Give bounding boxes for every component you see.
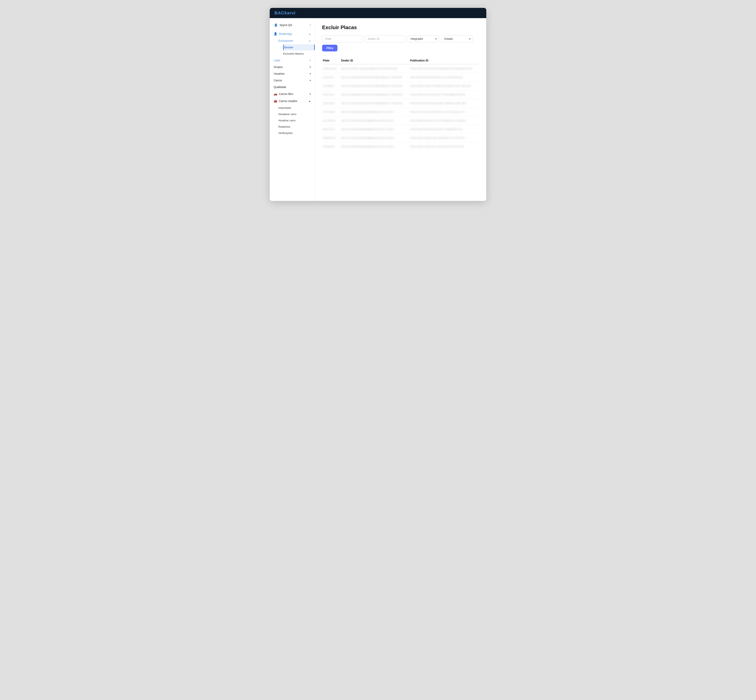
carros-0km-icon: 🚗 bbox=[274, 92, 277, 96]
cell-publication-id: PUB-G34NTGU8UAF0BXGH-GJA7TE4G2A-JT bbox=[409, 108, 479, 116]
lojas-chevron: ▾ bbox=[310, 59, 311, 62]
carros-usados-label: Carros Usados bbox=[279, 100, 297, 103]
top-bar: BACkarvi bbox=[270, 8, 486, 18]
dealerapp-icon: 👤 bbox=[274, 32, 277, 36]
sidebar-item-exclusion-masiva[interactable]: Exclusión Masiva bbox=[283, 51, 315, 57]
carros-usados-chevron: ▲ bbox=[309, 100, 311, 102]
col-publication-id: Publication ID bbox=[409, 57, 479, 64]
cell-plate: GKKGG27 bbox=[322, 99, 340, 108]
table-row: FYC2MG3 DE73-CO4W6VGQHMMBBG0U2G9T1C3NCY … bbox=[322, 108, 479, 116]
cell-dealer-id: DE73-CO4WG8GCGK3GPCUBE0WB6LZYT2W1WIF bbox=[340, 73, 409, 82]
table-header-row: Plate Dealer ID Publication ID bbox=[322, 57, 479, 64]
cell-dealer-id: DE73-CO4W6VGQHMMBBG0U2G9T1C3NCY bbox=[340, 116, 409, 125]
carros-chevron: ▾ bbox=[310, 79, 311, 82]
table-row: F5MF8GT5 DE73-CO4W6VGQHMMBBG0U2G9T1C3NCY… bbox=[322, 134, 479, 142]
integrador-select-wrapper: Integrador bbox=[408, 35, 439, 42]
table-row: 6LN0G0G DE73-CO4W6VGQHMMBBG0U2G9T1C3NCY … bbox=[322, 142, 479, 151]
table-row: CJG24A7 DE73-CO4WG8GCGK3GPCUBE0WB6LZYT2W… bbox=[322, 73, 479, 82]
col-plate: Plate bbox=[322, 57, 340, 64]
carros-usados-children: Importador Desativar carro Atualizar car… bbox=[270, 105, 315, 136]
cell-plate: 6LN0G0G bbox=[322, 142, 340, 151]
sidebar-item-carros-usados[interactable]: 🚘 Carros Usados ▲ bbox=[270, 97, 315, 105]
atualizar-carro-label: Atualizar carro bbox=[278, 119, 296, 122]
dealerapp-label: DealerApp bbox=[279, 32, 292, 36]
sidebar-item-dealerapp[interactable]: 👤 DealerApp ▲ bbox=[270, 30, 315, 38]
usuarios-chevron: ▾ bbox=[310, 72, 311, 75]
col-dealer-id: Dealer ID bbox=[340, 57, 409, 64]
excluir-label: Excluir bbox=[284, 46, 293, 49]
dealerapp-chevron: ▲ bbox=[309, 33, 311, 35]
sidebar-item-grupos[interactable]: Grupos ▾ bbox=[270, 64, 315, 70]
logo-prefix: BAC bbox=[274, 11, 284, 16]
qualidade-label: Qualidade bbox=[274, 86, 286, 89]
sidebar: 👤 Spyne QA ▾ 👤 DealerApp ▲ Exclusiones ▲ bbox=[270, 18, 315, 201]
sidebar-item-atualizar-carro[interactable]: Atualizar carro bbox=[278, 117, 315, 123]
cell-plate: GC7NGG0 bbox=[322, 116, 340, 125]
filter-button[interactable]: Filtra bbox=[322, 45, 337, 52]
usuarios-label: Usuarios bbox=[274, 72, 284, 75]
cell-plate: FYC2MG3 bbox=[322, 108, 340, 116]
verificacoes-label: Verificações bbox=[278, 131, 293, 134]
sidebar-item-excluir[interactable]: Excluir bbox=[283, 44, 315, 50]
cell-dealer-id: DE73-CO4W6VGQHMMBBG0U2G9T1C3NCY bbox=[340, 142, 409, 151]
content-area: Excluir Placas Integrador Estado Filtra bbox=[315, 18, 486, 201]
sidebar-item-carros-0km[interactable]: 🚗 Carros 0km ▾ bbox=[270, 91, 315, 97]
estado-select-wrapper: Estado bbox=[441, 35, 473, 42]
cell-dealer-id: DE73-CO4W6VGQHMMBBG0U2G9T1C3NCY bbox=[340, 125, 409, 134]
logo: BACkarvi bbox=[274, 11, 296, 16]
cell-publication-id: PUB-G34NTGUE7YMAQYT7P8PHBB0P3G0G8 bbox=[409, 91, 479, 99]
cell-publication-id: PUB-G34NTGUE7YPWMPFGCGBEX1YGU-JBC1P4 bbox=[409, 82, 479, 91]
estado-select[interactable]: Estado bbox=[441, 35, 473, 42]
exclusiones-group: Exclusiones ▲ Excluir Exclusión Masiva bbox=[270, 38, 315, 57]
lojas-label: Lojas bbox=[274, 59, 280, 62]
page-title: Excluir Placas bbox=[322, 24, 479, 31]
exclusions-table: Plate Dealer ID Publication ID GJW4G4G3 … bbox=[322, 57, 479, 151]
cell-publication-id: PUB-G34NTGUE7KGA4GBC-A8W4GK-0F5-J8R bbox=[409, 99, 479, 108]
cell-plate: F5MF8GT5 bbox=[322, 134, 340, 142]
user-name: Spyne QA bbox=[279, 23, 292, 27]
grupos-label: Grupos bbox=[274, 66, 283, 69]
carros-0km-chevron: ▾ bbox=[310, 93, 311, 95]
table-row: GC7NGG0 DE73-CO4W6VGQHMMBBG0U2G9T1C3NCY … bbox=[322, 116, 479, 125]
cell-publication-id: PUB-G34NTGUBE-GN-G8WNBPTU7-T27T3T5 bbox=[409, 134, 479, 142]
sidebar-item-verificacoes[interactable]: Verificações bbox=[278, 130, 315, 136]
cell-dealer-id: DE73-CO4W6VGQHMMBBG0U2G9T1C3NCY bbox=[340, 134, 409, 142]
exclusion-masiva-label: Exclusión Masiva bbox=[283, 52, 304, 55]
table-body: GJW4G4G3 DE73-CO4HSC-4BC06-8E8G4T7TGGB37… bbox=[322, 64, 479, 151]
sidebar-user[interactable]: 👤 Spyne QA ▾ bbox=[270, 21, 315, 30]
main-layout: 👤 Spyne QA ▾ 👤 DealerApp ▲ Exclusiones ▲ bbox=[270, 18, 486, 201]
cell-publication-id: PUB-G34NTGU8T-GA-T4G7T8GTTUGT3TLTG bbox=[409, 142, 479, 151]
sidebar-item-qualidade[interactable]: Qualidade bbox=[270, 84, 315, 91]
cell-plate: FN6TF5G bbox=[322, 91, 340, 99]
relatorios-label: Relatórios bbox=[278, 125, 290, 128]
sidebar-item-carros[interactable]: Carros ▾ bbox=[270, 77, 315, 84]
table-row: GKKGG27 DE73-CO4WG8GCGK3GPCUBE0WB6LZYT2W… bbox=[322, 99, 479, 108]
cell-plate: 8GCUFTS bbox=[322, 125, 340, 134]
cell-publication-id: PUB-G34NTGU8JU4R3TU26H8GUJF4WWW5GA4UT bbox=[409, 64, 479, 73]
sidebar-item-importador[interactable]: Importador bbox=[278, 105, 315, 111]
sidebar-item-usuarios[interactable]: Usuarios ▾ bbox=[270, 70, 315, 77]
exclusiones-label: Exclusiones bbox=[278, 39, 293, 42]
app-window: BACkarvi 👤 Spyne QA ▾ 👤 DealerApp ▲ bbox=[270, 8, 486, 201]
exclusiones-chevron: ▲ bbox=[309, 40, 311, 42]
sidebar-item-lojas[interactable]: Lojas ▾ bbox=[270, 57, 315, 64]
cell-publication-id: PUB-G34NTGU8A4G507C3YG1Y6GC8FKJM bbox=[409, 73, 479, 82]
dealer-id-input[interactable] bbox=[365, 35, 405, 42]
cell-publication-id: PUB-G34NTGU8FGV-VGTG4H8G0-G1-CXB4A2 bbox=[409, 116, 479, 125]
carros-0km-label: Carros 0km bbox=[279, 92, 293, 95]
sidebar-item-desativar-carro[interactable]: Desativar carro bbox=[278, 111, 315, 117]
importador-label: Importador bbox=[278, 106, 291, 109]
table-row: GJW4G4G3 DE73-CO4HSC-4BC06-8E8G4T7TGGB37… bbox=[322, 64, 479, 73]
integrador-select[interactable]: Integrador bbox=[408, 35, 439, 42]
cell-plate: CJG24A7 bbox=[322, 73, 340, 82]
desativar-carro-label: Desativar carro bbox=[278, 112, 296, 116]
sidebar-item-exclusiones[interactable]: Exclusiones ▲ bbox=[274, 38, 315, 44]
exclusiones-children: Excluir Exclusión Masiva bbox=[274, 44, 315, 57]
cell-dealer-id: DE73-CO4W6VGQHMMBBG0U2G9T1C3NCY bbox=[340, 108, 409, 116]
carros-label: Carros bbox=[274, 79, 282, 82]
sidebar-item-relatorios[interactable]: Relatórios bbox=[278, 124, 315, 130]
user-icon: 👤 bbox=[274, 23, 278, 27]
table-row: 8GCUFTS DE73-CO4W6VGQHMMBBG0U2G9T1C3NCY … bbox=[322, 125, 479, 134]
plate-input[interactable] bbox=[322, 35, 362, 42]
cell-plate: GLF0BG7 bbox=[322, 82, 340, 91]
